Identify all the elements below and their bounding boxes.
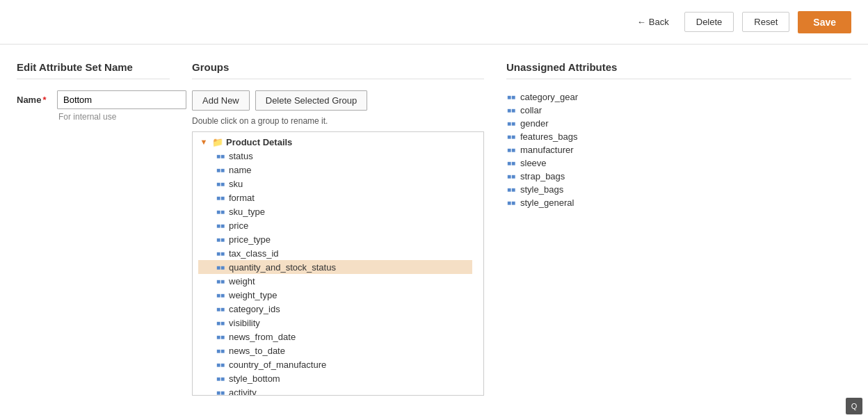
tree-item-label: price_type <box>229 234 271 245</box>
attr-icon: ■■ <box>215 387 226 396</box>
unassigned-attr-icon: ■■ <box>506 145 516 155</box>
tree-item[interactable]: ■■ price <box>198 218 472 232</box>
attr-icon: ■■ <box>215 345 226 356</box>
tree-item[interactable]: ■■ news_to_date <box>198 344 472 357</box>
tree-item-label: category_ids <box>229 304 280 314</box>
unassigned-attr-icon: ■■ <box>506 132 516 142</box>
unassigned-item-label: manufacturer <box>520 145 574 155</box>
edit-section: Edit Attribute Set Name Name* For intern… <box>17 61 170 403</box>
unassigned-item[interactable]: ■■ features_bags <box>506 130 851 143</box>
unassigned-divider <box>506 79 851 79</box>
tree-item-label: format <box>229 193 255 203</box>
name-hint: For internal use <box>58 112 170 122</box>
add-new-button[interactable]: Add New <box>192 90 250 111</box>
tree-item[interactable]: ■■ visibility <box>198 316 472 330</box>
delete-group-button[interactable]: Delete Selected Group <box>255 90 368 111</box>
tree-item[interactable]: ■■ style_bottom <box>198 371 472 385</box>
unassigned-list: ■■ category_gear ■■ collar ■■ gender ■■ … <box>506 90 851 209</box>
unassigned-item[interactable]: ■■ strap_bags <box>506 170 851 183</box>
attr-icon: ■■ <box>215 206 226 217</box>
attr-icon: ■■ <box>215 303 226 314</box>
tree-item[interactable]: ■■ news_from_date <box>198 330 472 344</box>
attr-icon: ■■ <box>215 261 226 273</box>
unassigned-item[interactable]: ■■ collar <box>506 104 851 117</box>
name-input[interactable] <box>57 90 186 109</box>
unassigned-attr-icon: ■■ <box>506 172 516 181</box>
attr-icon: ■■ <box>215 317 226 328</box>
bottom-right-icon: Q <box>846 398 862 414</box>
attr-icon: ■■ <box>215 234 226 245</box>
tree-item[interactable]: ■■ weight_type <box>198 288 472 302</box>
tree-item-label: name <box>229 165 252 175</box>
unassigned-item[interactable]: ■■ manufacturer <box>506 143 851 156</box>
expand-icon[interactable]: ▼ <box>198 136 209 147</box>
tree-item-label: activity <box>229 387 257 396</box>
unassigned-attr-icon: ■■ <box>506 92 516 102</box>
unassigned-item-label: style_bags <box>520 184 563 195</box>
back-button[interactable]: ← Back <box>630 13 676 31</box>
tree-group-header[interactable]: ▼ 📁 Product Details <box>198 135 472 149</box>
top-bar: ← Back Delete Reset Save <box>0 0 868 45</box>
tree-item-label: sku <box>229 179 243 189</box>
attr-icon: ■■ <box>215 359 226 370</box>
attr-icon: ■■ <box>215 373 226 384</box>
unassigned-attr-icon: ■■ <box>506 198 516 208</box>
tree-item-label: style_bottom <box>229 373 280 384</box>
unassigned-attr-icon: ■■ <box>506 159 516 168</box>
unassigned-item[interactable]: ■■ style_bags <box>506 183 851 196</box>
tree-item-label: quantity_and_stock_status <box>229 262 336 273</box>
attr-icon: ■■ <box>215 289 226 300</box>
groups-title: Groups <box>192 61 484 73</box>
tree-item-label: weight_type <box>229 290 277 300</box>
attr-icon: ■■ <box>215 331 226 342</box>
attr-icon: ■■ <box>215 275 226 286</box>
unassigned-attr-icon: ■■ <box>506 185 516 195</box>
name-field-row: Name* <box>17 90 170 109</box>
tree-item-label: weight <box>229 276 255 286</box>
tree-item-label: country_of_manufacture <box>229 360 326 370</box>
attr-icon: ■■ <box>215 150 226 161</box>
unassigned-item[interactable]: ■■ sleeve <box>506 156 851 170</box>
tree-item[interactable]: ■■ country_of_manufacture <box>198 357 472 371</box>
reset-button[interactable]: Reset <box>742 12 789 32</box>
unassigned-item-label: collar <box>520 105 542 115</box>
save-button[interactable]: Save <box>798 11 851 33</box>
tree-item-label: news_to_date <box>229 346 285 356</box>
tree-item[interactable]: ■■ sku <box>198 177 472 191</box>
tree-item[interactable]: ■■ format <box>198 191 472 204</box>
attr-icon: ■■ <box>215 220 226 231</box>
tree-item-label: tax_class_id <box>229 248 279 259</box>
tree-item-label: status <box>229 151 253 161</box>
attr-icon: ■■ <box>215 178 226 189</box>
unassigned-item-label: gender <box>520 118 548 129</box>
delete-button[interactable]: Delete <box>684 12 734 32</box>
unassigned-item[interactable]: ■■ style_general <box>506 196 851 209</box>
groups-buttons: Add New Delete Selected Group <box>192 90 484 111</box>
unassigned-item[interactable]: ■■ category_gear <box>506 90 851 104</box>
tree-item[interactable]: ■■ tax_class_id <box>198 246 472 260</box>
back-arrow-icon: ← <box>637 17 646 27</box>
required-star: * <box>42 95 46 105</box>
back-label: Back <box>649 17 669 27</box>
group-hint: Double click on a group to rename it. <box>192 116 484 126</box>
tree-item[interactable]: ■■ activity <box>198 385 472 396</box>
unassigned-title: Unassigned Attributes <box>506 61 851 73</box>
unassigned-item-label: strap_bags <box>520 171 565 181</box>
unassigned-item-label: style_general <box>520 197 574 208</box>
tree-item-label: visibility <box>229 318 260 328</box>
tree-item[interactable]: ■■ name <box>198 163 472 177</box>
tree-item[interactable]: ■■ category_ids <box>198 302 472 316</box>
tree-item[interactable]: ■■ weight <box>198 274 472 288</box>
tree-item[interactable]: ■■ sku_type <box>198 204 472 218</box>
edit-section-title: Edit Attribute Set Name <box>17 61 170 73</box>
group-name-label: Product Details <box>226 137 292 147</box>
tree-item-label: news_from_date <box>229 332 296 342</box>
tree-item[interactable]: ■■ status <box>198 149 472 163</box>
unassigned-item-label: sleeve <box>520 158 547 168</box>
tree-item[interactable]: ■■ price_type <box>198 232 472 246</box>
unassigned-item[interactable]: ■■ gender <box>506 117 851 130</box>
tree-item[interactable]: ■■ quantity_and_stock_status <box>198 260 472 274</box>
unassigned-item-label: category_gear <box>520 92 578 102</box>
tree-container[interactable]: ▼ 📁 Product Details ■■ status ■■ name ■■… <box>192 131 484 396</box>
tree-item-label: price <box>229 220 248 231</box>
